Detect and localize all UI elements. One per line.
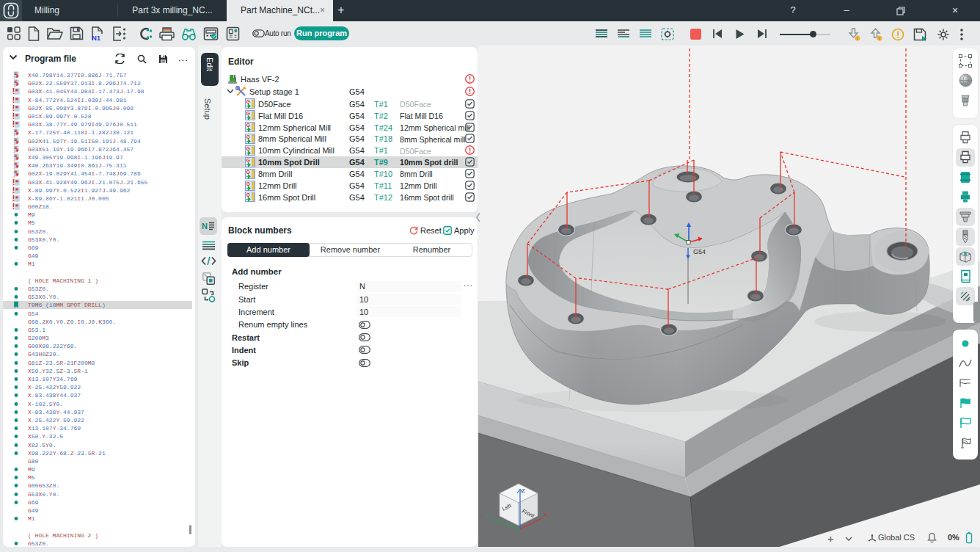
svg-text:G: G: [246, 192, 250, 197]
svg-text:G: G: [246, 123, 250, 128]
svg-text:G: G: [246, 169, 250, 174]
svg-text:Y: Y: [485, 514, 489, 520]
svg-text:G: G: [246, 99, 250, 104]
svg-text:G: G: [246, 145, 250, 150]
svg-text:G: G: [246, 181, 250, 186]
svg-text:N1: N1: [92, 34, 101, 42]
svg-text:G54: G54: [693, 248, 706, 255]
svg-text:N: N: [202, 222, 208, 230]
svg-text:Z: Z: [522, 487, 525, 494]
svg-text:X: X: [544, 512, 548, 518]
svg-text:G: G: [246, 111, 250, 116]
svg-text:G: G: [246, 157, 250, 162]
svg-text:G: G: [246, 134, 250, 139]
